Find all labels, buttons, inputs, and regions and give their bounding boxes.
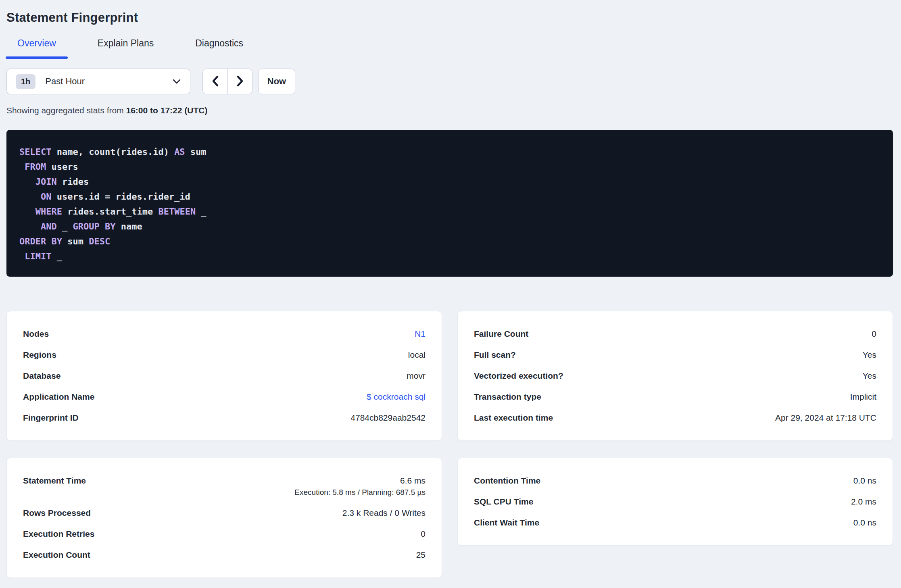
row-value: 4784cb829aab2542 xyxy=(350,413,425,423)
card-row: Contention Time0.0 ns xyxy=(474,470,876,491)
sql-line: LIMIT _ xyxy=(19,249,880,264)
row-value: 2.0 ms xyxy=(851,497,876,507)
row-value: Yes xyxy=(863,350,876,360)
row-value: 2.3 k Reads / 0 Writes xyxy=(342,508,425,518)
row-value: local xyxy=(408,350,425,360)
card-row: Databasemovr xyxy=(23,365,425,386)
row-value: Apr 29, 2024 at 17:18 UTC xyxy=(775,413,876,423)
row-label: Execution Retries xyxy=(23,529,94,539)
row-label: Contention Time xyxy=(474,476,540,486)
row-value: Yes xyxy=(863,371,876,381)
tab-overview[interactable]: Overview xyxy=(6,38,68,58)
now-button[interactable]: Now xyxy=(258,69,295,94)
row-value-group: 25 xyxy=(416,550,425,560)
chevron-right-icon xyxy=(236,75,244,88)
row-value: 0 xyxy=(872,329,876,339)
aggregated-stats-text: Showing aggregated stats from 16:00 to 1… xyxy=(6,106,895,115)
row-value-group: Apr 29, 2024 at 17:18 UTC xyxy=(775,413,876,423)
card-row: SQL CPU Time2.0 ms xyxy=(474,491,876,512)
sql-line: FROM users xyxy=(19,159,880,174)
row-label: SQL CPU Time xyxy=(474,497,533,507)
card-row: Execution Retries0 xyxy=(23,523,425,544)
row-value-group: 2.0 ms xyxy=(851,497,876,507)
row-label: Vectorized execution? xyxy=(474,371,563,381)
wait-timing-card: Contention Time0.0 nsSQL CPU Time2.0 msC… xyxy=(457,458,893,546)
row-label: Regions xyxy=(23,350,56,360)
row-label: Database xyxy=(23,371,60,381)
row-value-group: movr xyxy=(407,371,425,381)
card-row: Transaction typeImplicit xyxy=(474,386,876,407)
sql-line: ON users.id = rides.rider_id xyxy=(19,189,880,204)
row-value: 0.0 ns xyxy=(853,518,876,528)
overview-details-card: NodesN1RegionslocalDatabasemovrApplicati… xyxy=(6,311,442,441)
sql-line: SELECT name, count(rides.id) AS sum xyxy=(19,144,880,159)
row-value-group: N1 xyxy=(415,329,425,339)
row-label: Failure Count xyxy=(474,329,528,339)
row-value-group: 6.6 msExecution: 5.8 ms / Planning: 687.… xyxy=(294,476,425,497)
stats-cards: NodesN1RegionslocalDatabasemovrApplicati… xyxy=(6,311,895,578)
time-range-label: Past Hour xyxy=(45,76,85,87)
row-value-group: $ cockroach sql xyxy=(367,392,425,402)
row-value-link[interactable]: N1 xyxy=(415,329,425,339)
row-value-group: Yes xyxy=(863,371,876,381)
time-range-dropdown[interactable]: 1h Past Hour xyxy=(6,69,190,94)
card-row: Vectorized execution?Yes xyxy=(474,365,876,386)
row-label: Full scan? xyxy=(474,350,516,360)
card-row: Fingerprint ID4784cb829aab2542 xyxy=(23,407,425,428)
row-value-group: 0.0 ns xyxy=(853,476,876,486)
tab-bar: Overview Explain Plans Diagnostics xyxy=(0,38,901,58)
tab-explain-plans[interactable]: Explain Plans xyxy=(86,38,165,58)
prev-time-button[interactable] xyxy=(203,69,227,94)
sql-line: WHERE rides.start_time BETWEEN _ xyxy=(19,204,880,219)
card-row: Rows Processed2.3 k Reads / 0 Writes xyxy=(23,503,425,523)
chevron-down-icon xyxy=(172,79,181,84)
row-subvalue: Execution: 5.8 ms / Planning: 687.5 µs xyxy=(294,488,425,497)
aggregated-stats-range: 16:00 to 17:22 (UTC) xyxy=(126,106,208,115)
card-row: Regionslocal xyxy=(23,344,425,365)
sql-line: JOIN rides xyxy=(19,174,880,189)
row-label: Execution Count xyxy=(23,550,90,560)
row-label: Last execution time xyxy=(474,413,553,423)
card-row: Full scan?Yes xyxy=(474,344,876,365)
row-value: 25 xyxy=(416,550,425,560)
time-controls: 1h Past Hour Now xyxy=(6,69,895,94)
row-value-group: 0.0 ns xyxy=(853,518,876,528)
row-value-group: local xyxy=(408,350,425,360)
time-step-buttons xyxy=(202,69,252,94)
sql-line: AND _ GROUP BY name xyxy=(19,219,880,234)
sql-statement-box: SELECT name, count(rides.id) AS sum FROM… xyxy=(6,130,893,277)
card-row: Execution Count25 xyxy=(23,544,425,565)
row-value: 6.6 ms xyxy=(294,476,425,486)
card-row: Statement Time6.6 msExecution: 5.8 ms / … xyxy=(23,470,425,503)
row-label: Nodes xyxy=(23,329,49,339)
page-title: Statement Fingerprint xyxy=(0,0,901,25)
card-row: Client Wait Time0.0 ns xyxy=(474,512,876,533)
statement-timing-card: Statement Time6.6 msExecution: 5.8 ms / … xyxy=(6,458,442,578)
row-label: Transaction type xyxy=(474,392,541,402)
row-value: Implicit xyxy=(850,392,876,402)
row-value-group: Implicit xyxy=(850,392,876,402)
row-label: Application Name xyxy=(23,392,94,402)
tab-diagnostics[interactable]: Diagnostics xyxy=(184,38,255,58)
card-row: Failure Count0 xyxy=(474,323,876,344)
time-range-badge: 1h xyxy=(16,74,35,89)
sql-line: ORDER BY sum DESC xyxy=(19,234,880,249)
card-row: Application Name$ cockroach sql xyxy=(23,386,425,407)
row-label: Client Wait Time xyxy=(474,518,539,528)
chevron-left-icon xyxy=(211,75,219,88)
row-value-group: 4784cb829aab2542 xyxy=(350,413,425,423)
row-value-group: 0 xyxy=(421,529,425,539)
card-row: Last execution timeApr 29, 2024 at 17:18… xyxy=(474,407,876,428)
row-value: 0 xyxy=(421,529,425,539)
row-label: Fingerprint ID xyxy=(23,413,79,423)
aggregated-stats-prefix: Showing aggregated stats from xyxy=(6,106,126,115)
execution-attributes-card: Failure Count0Full scan?YesVectorized ex… xyxy=(457,311,893,441)
row-value-link[interactable]: $ cockroach sql xyxy=(367,392,425,402)
row-value: movr xyxy=(407,371,425,381)
row-value: 0.0 ns xyxy=(853,476,876,486)
next-time-button[interactable] xyxy=(227,69,252,94)
row-value-group: 2.3 k Reads / 0 Writes xyxy=(342,508,425,518)
card-row: NodesN1 xyxy=(23,323,425,344)
row-value-group: 0 xyxy=(872,329,876,339)
row-label: Rows Processed xyxy=(23,508,91,518)
